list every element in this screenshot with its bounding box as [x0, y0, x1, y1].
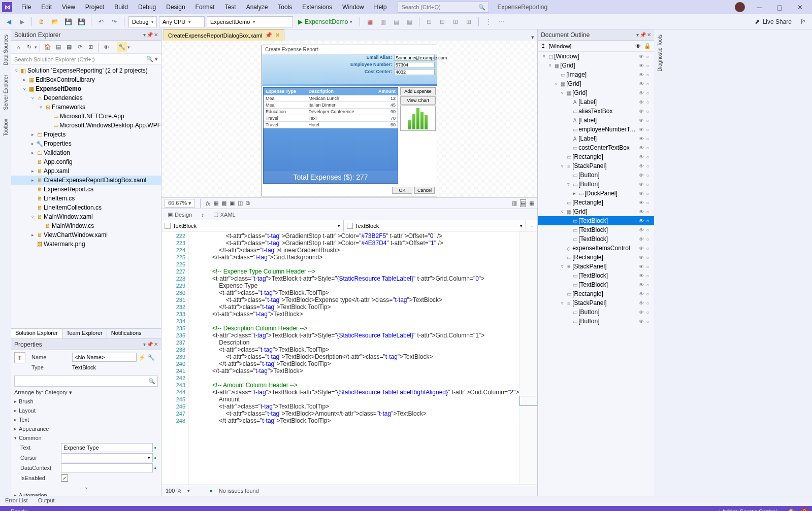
properties-search[interactable]: 🔍 [14, 376, 158, 387]
code-body[interactable]: <t-attr">class="t-tag">GradientStop t-at… [189, 231, 519, 485]
nav-back-icon[interactable]: ◀ [3, 16, 14, 27]
prop-datacontext-field[interactable] [61, 463, 153, 472]
align-icon-8[interactable]: ⋮ [483, 16, 494, 27]
pin-icon[interactable]: 📌 [640, 32, 646, 38]
xaml-designer[interactable]: Create Expense Report Email Alias:Someon… [161, 41, 537, 198]
rail-server-explorer[interactable]: Server Explorer [2, 73, 10, 112]
outline-item[interactable]: ▭[Button]👁○ [538, 317, 654, 326]
save-icon[interactable]: 💾 [62, 16, 74, 27]
undo-icon[interactable]: ↶ [95, 16, 107, 27]
outline-item[interactable]: ▿≡[StackPanel]👁○ [538, 161, 654, 171]
close-button[interactable]: ✕ [790, 0, 810, 14]
tree-item[interactable]: ▭Microsoft.WindowsDesktop.App.WPF [11, 121, 161, 130]
tree-item[interactable]: ▸🗀Validation [11, 148, 161, 157]
menu-file[interactable]: File [16, 2, 36, 13]
outline-item[interactable]: A[Label]👁○ [538, 97, 654, 107]
tree-item[interactable]: 🗎MainWindow.cs [11, 221, 161, 230]
dropdown-icon[interactable]: ▾ [636, 32, 639, 38]
grid2-icon[interactable]: ▩ [221, 200, 226, 207]
zoom-combo[interactable]: 66.67% ▾ [165, 199, 195, 208]
wrench-icon[interactable]: 🔧 [148, 354, 155, 361]
menu-window[interactable]: Window [337, 2, 369, 13]
solution-search[interactable]: Search Solution Explorer (Ctrl+;) 🔍 ▾ [11, 54, 161, 65]
outline-item[interactable]: ▿▭[Button]👁○ [538, 180, 654, 189]
outline-item[interactable]: ▿▦[Grid]👁○ [538, 88, 654, 97]
lock-icon[interactable]: 🔒 [644, 43, 651, 49]
tab-overflow-icon[interactable]: ▾ [528, 34, 537, 41]
tree-item[interactable]: ▸🔧Properties [11, 139, 161, 148]
events-icon[interactable]: ⚡ [137, 354, 148, 361]
outline-item[interactable]: ▭[TextBlock]👁○ [538, 216, 654, 225]
category-brush[interactable]: ▸Brush [11, 397, 161, 406]
menu-project[interactable]: Project [80, 2, 109, 13]
outline-item[interactable]: ▭[TextBlock]👁○ [538, 225, 654, 234]
outline-item[interactable]: ▭[TextBlock]👁○ [538, 234, 654, 244]
category-layout[interactable]: ▸Layout [11, 406, 161, 415]
outline-item[interactable]: ▭costCenterTextBox👁○ [538, 143, 654, 152]
platform-combo[interactable]: Any CPU▾ [159, 16, 205, 27]
menu-extensions[interactable]: Extensions [297, 2, 337, 13]
tree-item[interactable]: ▸🗎ViewChartWindow.xaml [11, 230, 161, 240]
doc-tab-active[interactable]: CreateExpenseReportDialogBox.xaml 📌 ✕ [164, 29, 284, 41]
dlg-ok-button[interactable]: OK [392, 187, 412, 194]
layout-icon[interactable]: ▦ [364, 16, 375, 27]
tree-item[interactable]: ▭Microsoft.NETCore.App [11, 112, 161, 121]
tree-item[interactable]: ▿◧Solution 'ExpenseReporting' (2 of 2 pr… [11, 66, 161, 75]
subtab-notifications[interactable]: Notifications [107, 329, 146, 338]
snap-icon[interactable]: ▣ [230, 200, 235, 207]
category-appearance[interactable]: ▸Appearance [11, 424, 161, 433]
menu-view[interactable]: View [57, 2, 80, 13]
layout-split-icon[interactable]: ▦ [529, 200, 534, 207]
snap2-icon[interactable]: ◫ [238, 200, 243, 207]
align-icon-1[interactable]: ▥ [377, 16, 388, 27]
outline-item[interactable]: ▭[TextBlock]👁○ [538, 280, 654, 289]
outline-item[interactable]: ◇expenseItemsControl👁○ [538, 244, 654, 253]
solution-tree[interactable]: ▿◧Solution 'ExpenseReporting' (2 of 2 pr… [11, 65, 161, 328]
outline-item[interactable]: A[Label]👁○ [538, 134, 654, 143]
menu-test[interactable]: Test [220, 2, 241, 13]
name-field[interactable]: <No Name> [72, 353, 137, 362]
properties-icon[interactable]: ⊞ [85, 42, 95, 52]
subtab-team-explorer[interactable]: Team Explorer [62, 329, 107, 338]
menu-edit[interactable]: Edit [36, 2, 57, 13]
subtab-solution-explorer[interactable]: Solution Explorer [11, 329, 62, 338]
live-share-button[interactable]: ⬈ Live Share [751, 18, 796, 25]
outline-item[interactable]: ▭[Rectangle]👁○ [538, 152, 654, 161]
tab-close-icon[interactable]: ✕ [275, 32, 280, 39]
new-icon[interactable]: 🗎 [36, 16, 47, 27]
outline-item[interactable]: ▿▦[Grid]👁○ [538, 79, 654, 88]
tab-pin-icon[interactable]: 📌 [265, 32, 272, 39]
start-debug-button[interactable]: ▶ ExpenseItDemo ▾ [295, 18, 355, 25]
add-source-control[interactable]: ↑ Add to Source Control ▴ [718, 508, 782, 512]
refresh-icon[interactable]: ⟳ [75, 42, 85, 52]
layout-h-icon[interactable]: ▥ [512, 200, 517, 207]
code-editor[interactable]: 2222232242252262272282292302312322332342… [161, 231, 537, 485]
menu-help[interactable]: Help [369, 2, 392, 13]
align-icon-2[interactable]: ▤ [391, 16, 402, 27]
add-expense-button[interactable]: Add Expense [400, 87, 436, 95]
context-right[interactable]: TextBlock▾ [344, 220, 526, 231]
design-tab[interactable]: ▣ Design [168, 211, 192, 218]
context-left[interactable]: TextBlock▾ [161, 220, 344, 231]
arrange-by[interactable]: Arrange by: Category ▾ [11, 388, 161, 397]
fx-icon[interactable]: fx [206, 200, 210, 207]
category-text[interactable]: ▸Text [11, 415, 161, 424]
dropdown-icon[interactable]: ▾ [143, 342, 146, 347]
snap3-icon[interactable]: ⧉ [246, 200, 250, 207]
align-icon-3[interactable]: ▦ [404, 16, 415, 27]
maximize-button[interactable]: ▢ [769, 0, 790, 14]
quick-search[interactable]: Search (Ctrl+Q) 🔍 [398, 2, 489, 13]
align-icon-6[interactable]: ⊞ [450, 16, 461, 27]
align-icon-9[interactable]: ⋯ [496, 16, 507, 27]
outline-item[interactable]: ▸▭[DockPanel]👁○ [538, 189, 654, 198]
tree-item[interactable]: 🗎ExpenseReport.cs [11, 185, 161, 194]
outline-item[interactable]: ▭[Button]👁○ [538, 171, 654, 180]
rail-data-sources[interactable]: Data Sources [2, 32, 10, 67]
tree-item[interactable]: 🗎LineItemCollection.cs [11, 203, 161, 212]
notification-icon[interactable]: 🔔 [788, 508, 795, 512]
align-icon-5[interactable]: ⊟ [437, 16, 448, 27]
prop-cursor-field[interactable]: ▾ [61, 453, 153, 462]
tree-item[interactable]: ▸🗎CreateExpenseReportDialogBox.xaml [11, 176, 161, 185]
up-icon[interactable]: ↥ [541, 43, 545, 49]
eye-icon[interactable]: 👁 [635, 43, 641, 49]
